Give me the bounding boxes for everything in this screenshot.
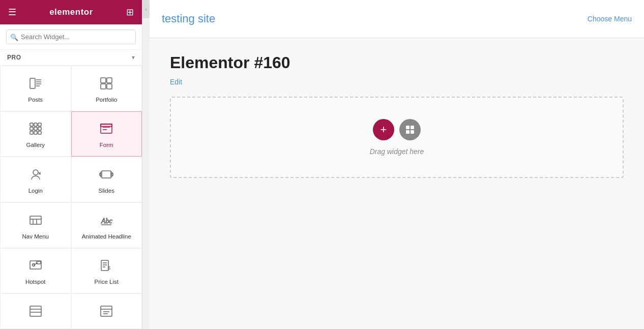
hotspot-icon [28, 258, 43, 275]
page-title: Elementor #160 [170, 53, 624, 72]
widget-label-form: Form [100, 142, 113, 148]
svg-text:$: $ [108, 265, 110, 271]
svg-rect-50 [406, 126, 409, 129]
widget-label-portfolio: Portfolio [96, 97, 117, 103]
svg-rect-0 [30, 78, 35, 88]
svg-rect-53 [411, 130, 414, 134]
svg-rect-9 [30, 123, 33, 126]
svg-rect-13 [34, 127, 37, 130]
svg-rect-46 [101, 306, 112, 316]
widget-item-form[interactable]: Form [71, 111, 142, 157]
top-bar: testing site Choose Menu [150, 0, 644, 38]
svg-rect-15 [30, 131, 33, 134]
slides-icon [99, 167, 113, 184]
svg-text:Abc: Abc [101, 217, 113, 225]
gallery-icon [28, 122, 43, 138]
widget-grid: Posts Portfolio [0, 66, 142, 329]
widget-label-gallery: Gallery [26, 142, 45, 148]
search-icon: 🔍 [10, 33, 18, 41]
svg-rect-12 [30, 127, 33, 130]
page-header: Elementor #160 Edit [170, 53, 624, 86]
search-input[interactable] [6, 29, 136, 44]
generic1-icon [28, 304, 43, 320]
collapse-sidebar-handle[interactable]: ‹ [142, 0, 150, 18]
chevron-down-icon: ▾ [132, 54, 135, 61]
svg-marker-27 [112, 172, 113, 176]
svg-point-22 [33, 170, 38, 175]
canvas-area: Elementor #160 Edit + Drag widget here [150, 38, 644, 329]
price-list-icon: $ [99, 258, 113, 275]
widget-item-generic2[interactable] [71, 293, 142, 329]
app-title: elementor [49, 7, 93, 17]
sidebar: ☰ elementor ⊞ 🔍 PRO ▾ Post [0, 0, 142, 329]
svg-rect-7 [101, 84, 106, 89]
login-icon [28, 167, 43, 184]
widget-label-nav-menu: Nav Menu [22, 233, 49, 240]
drop-zone: + Drag widget here [170, 97, 624, 178]
grid-icon[interactable]: ⊞ [126, 7, 134, 18]
form-icon [99, 122, 113, 138]
svg-rect-37 [37, 261, 41, 264]
svg-rect-5 [101, 78, 106, 83]
svg-rect-14 [38, 127, 41, 130]
svg-rect-34 [30, 261, 41, 269]
search-bar: 🔍 [0, 24, 142, 50]
svg-rect-11 [38, 123, 41, 126]
svg-rect-52 [406, 130, 409, 134]
svg-rect-8 [107, 84, 112, 89]
widget-label-slides: Slides [99, 188, 114, 194]
widget-label-animated-headline: Animated Headline [82, 233, 131, 240]
widget-label-posts: Posts [28, 97, 43, 103]
widget-item-gallery[interactable]: Gallery [0, 111, 71, 157]
svg-rect-10 [34, 123, 37, 126]
widget-item-portfolio[interactable]: Portfolio [71, 66, 142, 111]
svg-rect-21 [101, 124, 112, 127]
choose-menu-button[interactable]: Choose Menu [588, 15, 632, 23]
site-title: testing site [162, 12, 215, 25]
animated-headline-icon: Abc [99, 213, 113, 229]
search-wrapper: 🔍 [6, 29, 136, 44]
add-template-button[interactable] [399, 119, 421, 140]
sidebar-header: ☰ elementor ⊞ [0, 0, 142, 24]
widget-label-hotspot: Hotspot [25, 279, 46, 285]
widget-item-nav-menu[interactable]: Nav Menu [0, 202, 71, 248]
svg-rect-25 [102, 171, 111, 178]
widget-item-generic1[interactable] [0, 293, 71, 329]
svg-rect-51 [411, 126, 414, 129]
svg-rect-16 [34, 131, 37, 134]
svg-rect-17 [38, 131, 41, 134]
portfolio-icon [99, 76, 113, 93]
svg-rect-38 [101, 260, 108, 271]
generic2-icon [99, 304, 113, 320]
drop-zone-text: Drag widget here [370, 147, 424, 156]
posts-icon [28, 76, 43, 93]
pro-label: PRO [7, 54, 21, 61]
nav-menu-icon [28, 213, 43, 229]
widget-item-price-list[interactable]: $ Price List [71, 248, 142, 294]
hamburger-icon[interactable]: ☰ [8, 7, 16, 18]
svg-rect-6 [107, 78, 112, 83]
widget-item-login[interactable]: Login [0, 157, 71, 202]
svg-rect-43 [30, 306, 41, 316]
widget-label-login: Login [28, 188, 43, 194]
widget-item-hotspot[interactable]: Hotspot [0, 248, 71, 294]
svg-marker-26 [99, 172, 101, 176]
widget-item-posts[interactable]: Posts [0, 66, 71, 111]
widget-label-price-list: Price List [95, 279, 119, 285]
widget-item-slides[interactable]: Slides [71, 157, 142, 202]
edit-link[interactable]: Edit [170, 78, 182, 86]
pro-filter[interactable]: PRO ▾ [0, 50, 142, 66]
drop-zone-buttons: + [373, 119, 421, 140]
svg-rect-28 [30, 216, 41, 224]
add-widget-button[interactable]: + [373, 119, 394, 140]
main-canvas: testing site Choose Menu Elementor #160 … [150, 0, 644, 329]
widget-item-animated-headline[interactable]: Abc Animated Headline [71, 202, 142, 248]
